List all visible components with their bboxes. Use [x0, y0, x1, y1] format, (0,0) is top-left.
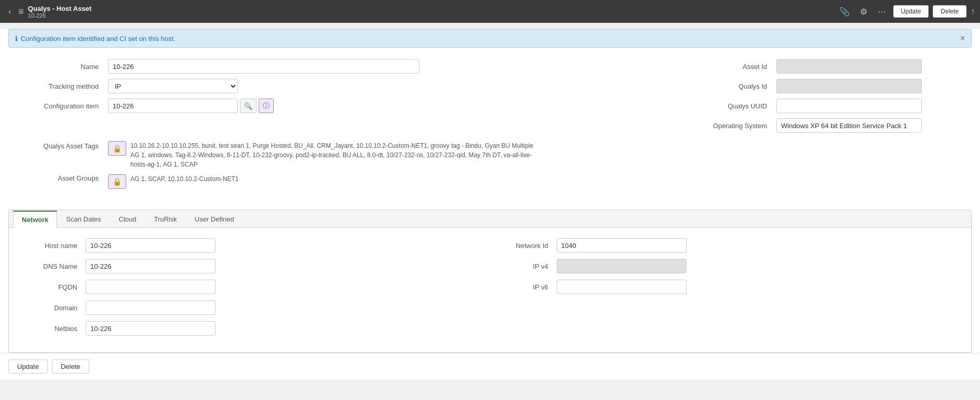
os-row: Operating System [710, 118, 949, 133]
asset-groups-text: AG 1, SCAP, 10.10.10.2-Custom-NET1 [130, 174, 239, 184]
ipv6-label: IP v6 [501, 283, 553, 291]
tab-scan-dates[interactable]: Scan Dates [57, 211, 110, 228]
tracking-label: Tracking method [31, 82, 104, 90]
fqdn-label: FQDN [30, 283, 82, 291]
asset-tags-lock-button[interactable]: 🔒 [108, 141, 126, 156]
config-input-group: 🔍 ⓘ [108, 99, 274, 113]
netbios-row: Netbios [30, 321, 480, 336]
attachment-icon[interactable]: 📎 [836, 5, 853, 19]
update-button[interactable]: Update [893, 5, 929, 18]
hostname-row: Host name [30, 238, 480, 253]
footer-delete-button[interactable]: Delete [52, 360, 89, 374]
info-banner: ℹ Configuration item identified and CI s… [8, 29, 972, 48]
os-label: Operating System [710, 122, 772, 130]
asset-id-label: Asset Id [710, 63, 772, 71]
config-label: Configuration item [31, 102, 104, 110]
qualys-id-input[interactable] [776, 79, 922, 93]
netbios-input[interactable] [86, 321, 216, 336]
network-id-label: Network Id [501, 242, 553, 250]
tab-trurisk[interactable]: TruRisk [145, 211, 185, 228]
banner-close-button[interactable]: × [960, 34, 965, 43]
footer-update-button[interactable]: Update [8, 360, 48, 374]
dns-label: DNS Name [30, 263, 82, 270]
qualys-id-row: Qualys Id [710, 79, 949, 93]
tab-network[interactable]: Network [13, 211, 57, 228]
ipv6-input[interactable] [557, 280, 687, 294]
network-grid: Host name DNS Name FQDN Domain [30, 238, 950, 342]
dns-input[interactable] [86, 259, 216, 273]
app-header: ‹ ≡ Qualys - Host Asset 10-226 📎 ⚙ ⋯ Upd… [0, 0, 980, 23]
network-id-row: Network Id [501, 238, 951, 253]
asset-tags-text: 10.10.26.2-10.10.10.255, bunit, test sea… [130, 141, 535, 169]
info-icon: ℹ [15, 35, 18, 43]
tabs-section: Network Scan Dates Cloud TruRisk User De… [8, 210, 972, 353]
ipv4-input[interactable] [557, 259, 687, 273]
qualys-id-label: Qualys Id [710, 82, 772, 90]
settings-icon[interactable]: ⚙ [857, 5, 870, 19]
qualys-uuid-row: Qualys UUID [710, 99, 949, 113]
fqdn-input[interactable] [86, 280, 216, 294]
asset-groups-row: Asset Groups 🔒 AG 1, SCAP, 10.10.10.2-Cu… [31, 174, 949, 189]
domain-input[interactable] [86, 300, 216, 315]
qualys-uuid-input[interactable] [776, 99, 922, 113]
scroll-up-button[interactable]: ↑ [971, 7, 975, 16]
asset-groups-label: Asset Groups [31, 174, 104, 182]
config-search-button[interactable]: 🔍 [240, 99, 257, 113]
back-button[interactable]: ‹ [5, 5, 14, 18]
header-title-block: Qualys - Host Asset 10-226 [28, 5, 832, 19]
hostname-input[interactable] [86, 238, 216, 253]
asset-id-input[interactable] [776, 59, 922, 74]
info-banner-message: Configuration item identified and CI set… [21, 35, 176, 43]
network-left: Host name DNS Name FQDN Domain [30, 238, 480, 342]
name-input[interactable] [108, 59, 420, 74]
info-banner-text: ℹ Configuration item identified and CI s… [15, 35, 176, 43]
menu-icon[interactable]: ≡ [18, 6, 24, 17]
os-input[interactable] [776, 118, 922, 133]
asset-tags-label: Qualys Asset Tags [31, 141, 104, 150]
config-info-button[interactable]: ⓘ [259, 99, 274, 113]
network-id-input[interactable] [557, 238, 687, 253]
config-row: Configuration item 🔍 ⓘ [31, 99, 689, 113]
name-label: Name [31, 63, 104, 71]
header-actions: 📎 ⚙ ⋯ Update Delete ↑ [836, 5, 975, 19]
header-title-sub: 10-226 [28, 12, 832, 19]
netbios-label: Netbios [30, 325, 82, 333]
more-icon[interactable]: ⋯ [875, 5, 889, 19]
asset-tags-row: Qualys Asset Tags 🔒 10.10.26.2-10.10.10.… [31, 141, 949, 169]
ipv4-row: IP v4 [501, 259, 951, 273]
main-content: ℹ Configuration item identified and CI s… [0, 29, 980, 380]
footer-actions: Update Delete [0, 353, 980, 380]
dns-row: DNS Name [30, 259, 480, 273]
fqdn-row: FQDN [30, 280, 480, 294]
name-row: Name [31, 59, 689, 74]
tracking-row: Tracking method IP [31, 79, 689, 93]
domain-label: Domain [30, 304, 82, 312]
config-input[interactable] [108, 99, 238, 113]
delete-button[interactable]: Delete [933, 5, 966, 18]
asset-groups-lock-button[interactable]: 🔒 [108, 174, 126, 189]
header-title-main: Qualys - Host Asset [28, 5, 832, 12]
tab-user-defined[interactable]: User Defined [186, 211, 243, 228]
hostname-label: Host name [30, 242, 82, 250]
network-tab-content: Host name DNS Name FQDN Domain [9, 228, 971, 352]
domain-row: Domain [30, 300, 480, 315]
ipv6-row: IP v6 [501, 280, 951, 294]
asset-id-row: Asset Id [710, 59, 949, 74]
tab-cloud[interactable]: Cloud [110, 211, 145, 228]
form-section: Name Tracking method IP Configuration it… [0, 54, 980, 199]
ipv4-label: IP v4 [501, 263, 553, 270]
form-left-col: Name Tracking method IP Configuration it… [31, 59, 689, 138]
form-right-col: Asset Id Qualys Id Qualys UUID Operating… [710, 59, 949, 138]
network-right: Network Id IP v4 IP v6 [501, 238, 951, 342]
tracking-select[interactable]: IP [108, 79, 238, 93]
tabs-header: Network Scan Dates Cloud TruRisk User De… [9, 210, 971, 228]
qualys-uuid-label: Qualys UUID [710, 102, 772, 110]
